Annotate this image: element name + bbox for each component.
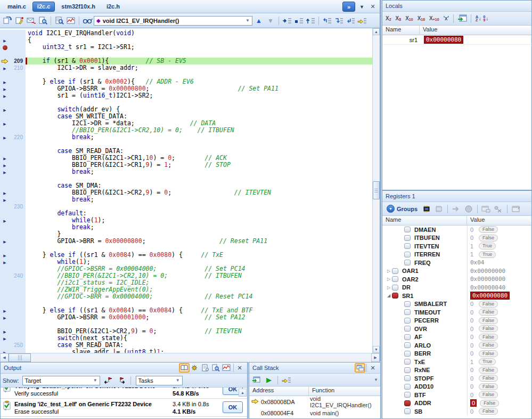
window-list-button[interactable]: » [342, 2, 355, 12]
code-text[interactable]: GPIOA->BRR = 0x00000800; // Reset PA11 [26, 238, 372, 245]
gutter-mark[interactable] [0, 175, 10, 182]
gutter-mark[interactable]: ▶ [0, 328, 10, 335]
expander-icon[interactable]: ▷ [386, 285, 392, 290]
locals-row[interactable]: sr10x00000080 [382, 35, 531, 45]
register-row[interactable]: TxE1True [382, 358, 531, 366]
callstack-row[interactable]: 0x080008DAvoid I2C1_EV_IRQHandler() [249, 396, 380, 407]
doc-search-icon[interactable] [37, 16, 48, 26]
registers-value-header[interactable]: Value [467, 216, 531, 225]
register-value[interactable]: 0False [467, 399, 531, 408]
gutter-mark[interactable] [0, 30, 10, 37]
scroll-left-icon[interactable]: ◀ [0, 353, 9, 362]
code-text[interactable]: sr1 = (uint16_t)I2C1->SR2; [26, 92, 372, 99]
build-gear-icon[interactable] [189, 363, 200, 373]
code-text[interactable]: break; [26, 196, 372, 203]
gutter-mark[interactable]: ▶ [0, 106, 10, 113]
register-checkbox-icon[interactable] [404, 384, 411, 390]
radix-icon-5[interactable]: 'x' [443, 15, 450, 21]
code-text[interactable]: break; [26, 168, 372, 175]
register-checkbox-icon[interactable] [404, 318, 411, 324]
close-editor-button[interactable]: ✕ [369, 3, 377, 10]
register-value[interactable]: 0x00000000 [467, 275, 531, 284]
radix-icon-10[interactable]: X+10 [428, 15, 440, 21]
editor-tab-i2c.c[interactable]: i2c.c [32, 2, 55, 12]
register-checkbox-icon[interactable] [392, 276, 398, 282]
prev-function-icon[interactable]: ▲ [253, 16, 264, 26]
gutter-mark[interactable] [0, 279, 10, 286]
register-checkbox-icon[interactable] [404, 400, 411, 406]
address-header[interactable]: Address [249, 386, 309, 396]
step-over-icon[interactable] [293, 16, 304, 26]
scroll-down-icon[interactable]: ▼ [373, 346, 380, 353]
register-value[interactable]: 0False [467, 350, 531, 358]
code-text[interactable]: break; [26, 224, 372, 231]
code-text[interactable]: GPIOA->BSRR = 0x00001000; // Set PA12 [26, 314, 372, 321]
log-doc-icon[interactable] [200, 363, 210, 373]
register-value[interactable]: 0False [467, 341, 531, 350]
step-out-icon[interactable] [305, 16, 316, 26]
sync-files-icon[interactable] [2, 16, 13, 26]
gutter-mark[interactable] [0, 44, 10, 51]
register-row[interactable]: RxNE0False [382, 366, 531, 375]
gutter-mark[interactable] [0, 286, 10, 293]
callstack-row[interactable]: 0x080004F4void main() [249, 407, 380, 418]
gutter-mark[interactable]: ▶ [0, 65, 10, 71]
gutter-mark[interactable] [0, 321, 10, 328]
register-value[interactable]: 1True [467, 251, 531, 259]
gutter-mark[interactable]: ▶ [0, 120, 10, 127]
register-row[interactable]: SB0False [382, 407, 531, 416]
gutter-mark[interactable]: ▶ [0, 134, 10, 141]
editor-horizontal-scrollbar[interactable]: ◀ ▶ [0, 353, 380, 362]
gutter-mark[interactable] [0, 113, 10, 120]
scroll-right-icon[interactable]: ▶ [371, 353, 380, 362]
register-value[interactable]: 1True [467, 358, 531, 366]
gutter-mark[interactable]: ▶ [0, 217, 10, 224]
register-row[interactable]: ARLO0False [382, 341, 531, 350]
horizontal-scroll-thumb[interactable] [9, 353, 31, 362]
register-row[interactable]: ▷DR0x00000040 [382, 284, 531, 292]
register-value[interactable]: 1True [467, 242, 531, 251]
tab-menu-button[interactable]: ▼ [359, 4, 364, 10]
gutter-mark[interactable]: ▶ [0, 314, 10, 321]
registers-name-header[interactable]: Name [382, 216, 467, 225]
code-text[interactable]: I2C1->DR = slave_addr; [26, 65, 372, 71]
window-note-icon[interactable] [481, 204, 492, 214]
goto-return-icon[interactable] [345, 16, 356, 26]
gutter-mark[interactable]: ▶ [0, 78, 10, 85]
gutter-mark[interactable]: ▶ [0, 307, 10, 314]
gutter-mark[interactable] [0, 148, 10, 155]
code-text[interactable]: uint32_t sr1 = I2C1->SR1; [26, 44, 372, 51]
gutter-mark[interactable] [0, 293, 10, 300]
register-value[interactable]: 0False [467, 225, 531, 234]
tasks-combo[interactable]: Tasks ▼ [136, 376, 183, 385]
gutter-mark[interactable]: ▶ [0, 155, 10, 162]
spectacles-icon[interactable] [82, 16, 93, 26]
code-area[interactable]: void I2C1_EV_IRQHandler(void)▶{ uint32_t… [0, 28, 372, 353]
gutter-mark[interactable] [0, 342, 10, 349]
show-combo[interactable]: Target ▼ [22, 376, 100, 385]
callstack-menu-icon[interactable]: ▼ [374, 377, 378, 382]
gutter-mark[interactable]: ▶ [0, 168, 10, 175]
local-value[interactable]: 0x00000080 [422, 36, 463, 43]
transcript-book-icon[interactable] [179, 364, 189, 372]
register-checkbox-icon[interactable] [404, 243, 411, 249]
callstack-window-icon[interactable] [355, 364, 365, 372]
mail-icon[interactable] [26, 16, 36, 26]
expander-icon[interactable]: ◢ [386, 293, 392, 298]
register-checkbox-icon[interactable] [392, 285, 398, 291]
gutter-mark[interactable]: ▶ [0, 238, 10, 245]
register-row[interactable]: DMAEN0False [382, 225, 531, 234]
search-output-icon[interactable] [210, 363, 221, 373]
locals-value-header[interactable]: Value [420, 26, 531, 35]
scroll-up-icon[interactable]: ▲ [373, 28, 380, 35]
function-combo[interactable]: ◆ void I2C1_EV_IRQHandler() ▼ [94, 16, 252, 26]
gutter-mark[interactable] [0, 127, 10, 134]
register-checkbox-icon[interactable] [404, 309, 411, 315]
register-value[interactable]: 0x04 [467, 259, 531, 267]
goto-current-location-icon[interactable] [357, 16, 367, 26]
gutter-mark[interactable] [0, 182, 10, 189]
locals-name-header[interactable]: Name [382, 26, 420, 35]
goto-next-statement-icon[interactable] [333, 16, 344, 26]
groups-button[interactable]: ▼ Groups [384, 205, 420, 213]
doc-zoom-icon[interactable] [54, 16, 64, 26]
